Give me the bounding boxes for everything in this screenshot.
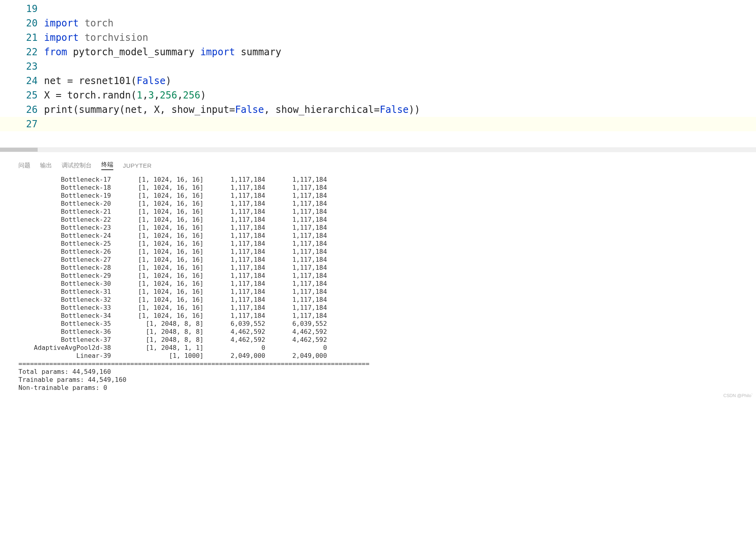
code-content[interactable]: import torchvision (44, 30, 756, 45)
panel-tab-bar: 问题输出调试控制台终端JUPYTER (0, 152, 756, 173)
code-content[interactable]: net = resnet101(False) (44, 74, 756, 88)
terminal-summary-line: Trainable params: 44,549,160 (18, 376, 756, 384)
terminal-row: Bottleneck-25 [1, 1024, 16, 16] 1,117,18… (18, 240, 756, 248)
terminal-row: Bottleneck-24 [1, 1024, 16, 16] 1,117,18… (18, 232, 756, 240)
terminal-row: Bottleneck-20 [1, 1024, 16, 16] 1,117,18… (18, 200, 756, 208)
terminal-row: Bottleneck-22 [1, 1024, 16, 16] 1,117,18… (18, 216, 756, 224)
terminal-summary-line: Non-trainable params: 0 (18, 384, 756, 392)
code-line[interactable]: 24net = resnet101(False) (0, 74, 756, 88)
terminal-row: Bottleneck-28 [1, 1024, 16, 16] 1,117,18… (18, 264, 756, 272)
line-number: 19 (0, 2, 44, 16)
terminal-row: Bottleneck-34 [1, 1024, 16, 16] 1,117,18… (18, 312, 756, 320)
line-number: 25 (0, 88, 44, 102)
code-line[interactable]: 26print(summary(net, X, show_input=False… (0, 102, 756, 117)
panel-tab-终端[interactable]: 终端 (101, 161, 113, 170)
terminal-row: Bottleneck-26 [1, 1024, 16, 16] 1,117,18… (18, 248, 756, 256)
code-content[interactable]: X = torch.randn(1,3,256,256) (44, 88, 756, 102)
terminal-row: Bottleneck-30 [1, 1024, 16, 16] 1,117,18… (18, 280, 756, 288)
terminal-row: Bottleneck-32 [1, 1024, 16, 16] 1,117,18… (18, 296, 756, 304)
terminal-row: Bottleneck-27 [1, 1024, 16, 16] 1,117,18… (18, 256, 756, 264)
line-number: 27 (0, 117, 44, 131)
terminal-row: Bottleneck-36 [1, 2048, 8, 8] 4,462,592 … (18, 328, 756, 336)
panel-tab-问题[interactable]: 问题 (18, 162, 30, 169)
terminal-separator: ========================================… (18, 360, 756, 368)
terminal-row: Bottleneck-29 [1, 1024, 16, 16] 1,117,18… (18, 272, 756, 280)
code-line[interactable]: 19 (0, 2, 756, 16)
terminal-summary-line: Total params: 44,549,160 (18, 368, 756, 376)
terminal-row: Bottleneck-23 [1, 1024, 16, 16] 1,117,18… (18, 224, 756, 232)
line-number: 23 (0, 59, 44, 74)
terminal-row: Bottleneck-17 [1, 1024, 16, 16] 1,117,18… (18, 176, 756, 184)
terminal-row: AdaptiveAvgPool2d-38 [1, 2048, 1, 1] 0 0 (18, 344, 756, 352)
terminal-row: Bottleneck-21 [1, 1024, 16, 16] 1,117,18… (18, 208, 756, 216)
terminal-row: Bottleneck-31 [1, 1024, 16, 16] 1,117,18… (18, 288, 756, 296)
code-content[interactable]: from pytorch_model_summary import summar… (44, 45, 756, 59)
terminal-row: Bottleneck-33 [1, 1024, 16, 16] 1,117,18… (18, 304, 756, 312)
code-editor[interactable]: 1920import torch21import torchvision22fr… (0, 0, 756, 131)
panel-tab-调试控制台[interactable]: 调试控制台 (62, 162, 92, 169)
terminal-row: Bottleneck-19 [1, 1024, 16, 16] 1,117,18… (18, 192, 756, 200)
line-number: 26 (0, 102, 44, 117)
code-line[interactable]: 23 (0, 59, 756, 74)
code-content[interactable]: import torch (44, 16, 756, 30)
code-line[interactable]: 27 (0, 117, 756, 131)
terminal-row: Bottleneck-18 [1, 1024, 16, 16] 1,117,18… (18, 184, 756, 192)
code-line[interactable]: 21import torchvision (0, 30, 756, 45)
terminal-row: Bottleneck-35 [1, 2048, 8, 8] 6,039,552 … (18, 320, 756, 328)
terminal-row: Bottleneck-37 [1, 2048, 8, 8] 4,462,592 … (18, 336, 756, 344)
panel-resize-handle[interactable] (0, 147, 756, 152)
line-number: 24 (0, 74, 44, 88)
panel-tab-输出[interactable]: 输出 (40, 162, 52, 169)
code-line[interactable]: 25X = torch.randn(1,3,256,256) (0, 88, 756, 102)
terminal-row: Linear-39 [1, 1000] 2,049,000 2,049,000 (18, 352, 756, 360)
panel-tab-jupyter[interactable]: JUPYTER (123, 162, 152, 169)
line-number: 21 (0, 30, 44, 45)
code-line[interactable]: 20import torch (0, 16, 756, 30)
line-number: 20 (0, 16, 44, 30)
code-content[interactable]: print(summary(net, X, show_input=False, … (44, 102, 756, 117)
code-line[interactable]: 22from pytorch_model_summary import summ… (0, 45, 756, 59)
line-number: 22 (0, 45, 44, 59)
terminal-output[interactable]: Bottleneck-17 [1, 1024, 16, 16] 1,117,18… (0, 173, 756, 392)
